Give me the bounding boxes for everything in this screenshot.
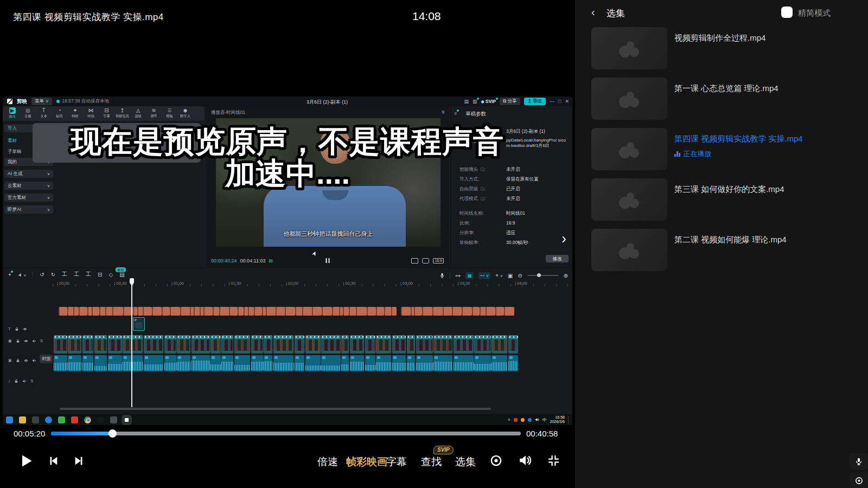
- ribbon-tab-转场[interactable]: ⋈转场: [83, 106, 99, 121]
- ribbon-tab-音频[interactable]: ◎音频: [20, 106, 36, 121]
- timeline-clip[interactable]: ⊘: [133, 317, 145, 331]
- timeline-clip[interactable]: [504, 307, 515, 316]
- timeline-clip[interactable]: [105, 307, 113, 316]
- panel-menu-icon[interactable]: ≡: [454, 111, 457, 116]
- minimize-button[interactable]: —: [550, 99, 554, 104]
- timeline-clip[interactable]: [82, 355, 94, 371]
- ribbon-tab-模板[interactable]: ⌸模板: [162, 106, 177, 121]
- timeline-clip[interactable]: [273, 355, 294, 371]
- timeline-clip[interactable]: [123, 335, 143, 354]
- taskbar-app-start[interactable]: [6, 416, 13, 423]
- eye-icon[interactable]: [23, 327, 27, 331]
- timeline-clip[interactable]: [332, 307, 340, 316]
- mask-icon[interactable]: ◇: [108, 272, 113, 278]
- ribbon-tab-贴纸[interactable]: ◔贴纸: [52, 106, 67, 121]
- timeline-clip[interactable]: [234, 355, 251, 371]
- redo-icon[interactable]: ↻: [51, 272, 55, 278]
- timeline-clip[interactable]: [264, 355, 272, 371]
- timeline-clip[interactable]: [229, 307, 238, 316]
- timeline-clip[interactable]: [54, 335, 67, 354]
- progress-handle[interactable]: [108, 429, 117, 438]
- timeline-clip[interactable]: [407, 335, 416, 354]
- timeline-clip[interactable]: [108, 355, 122, 371]
- timeline-clip[interactable]: [392, 335, 406, 354]
- episode-item[interactable]: 视频剪辑制作全过程.mp4: [591, 27, 857, 69]
- split-icon[interactable]: 工: [62, 271, 67, 278]
- preview-quality-icon[interactable]: [411, 258, 418, 264]
- media-thumbnail[interactable]: [33, 123, 201, 163]
- timeline-clip[interactable]: [94, 335, 107, 354]
- ribbon-tab-滤镜[interactable]: ◬滤镜: [130, 106, 146, 121]
- show-desktop-button[interactable]: [568, 416, 570, 423]
- timeline-clip[interactable]: [492, 335, 507, 354]
- media-group-AI 生成[interactable]: AI 生成∨: [4, 170, 53, 178]
- timeline-clip[interactable]: [392, 355, 406, 371]
- link-icon[interactable]: ▦: [465, 272, 474, 279]
- timeline-clip[interactable]: [350, 355, 364, 371]
- lock-icon[interactable]: [14, 379, 18, 383]
- tray-icon[interactable]: [528, 418, 532, 422]
- timeline-clip[interactable]: [454, 335, 474, 354]
- menu-button-字幕[interactable]: 字幕: [386, 455, 407, 469]
- timeline-clip[interactable]: [472, 307, 480, 316]
- timeline-clip[interactable]: [365, 335, 375, 354]
- compact-mode-toggle[interactable]: [781, 7, 793, 18]
- timeline-clip[interactable]: [492, 355, 507, 371]
- timeline-clip[interactable]: [376, 335, 391, 354]
- tray-icon[interactable]: [514, 418, 518, 422]
- timeline-clip[interactable]: [59, 307, 67, 316]
- timeline-clip[interactable]: [234, 335, 251, 354]
- text-track-header[interactable]: T: [8, 326, 27, 331]
- note-icon[interactable]: ▤: [119, 272, 124, 278]
- select-tool-icon[interactable]: ➤ ∨: [18, 272, 26, 278]
- menu-button-查找[interactable]: 查找: [421, 455, 442, 469]
- media-group-云素材[interactable]: 云素材∨: [4, 182, 53, 190]
- previous-button[interactable]: [47, 455, 59, 467]
- mute-icon[interactable]: [32, 358, 36, 363]
- timeline-clip[interactable]: [321, 335, 340, 354]
- back-chevron-icon[interactable]: ‹: [591, 6, 595, 18]
- zoom-in-icon[interactable]: ⊕: [564, 273, 568, 279]
- modify-button[interactable]: 修改: [546, 255, 569, 262]
- split-left-icon[interactable]: 工: [74, 271, 79, 278]
- timeline-clip[interactable]: [452, 307, 462, 316]
- timeline-clip[interactable]: [264, 335, 272, 354]
- timeline-clip[interactable]: [192, 355, 210, 371]
- timeline-clip[interactable]: [251, 335, 263, 354]
- taskbar-app-wechat[interactable]: [58, 416, 65, 423]
- timeline-clip[interactable]: [295, 307, 303, 316]
- timeline-clip[interactable]: [432, 307, 443, 316]
- timeline-clip[interactable]: [192, 335, 210, 354]
- timeline-clip[interactable]: [416, 335, 433, 354]
- timeline-clip[interactable]: [391, 307, 397, 316]
- timeline-clip[interactable]: [295, 335, 305, 354]
- timeline-clip[interactable]: [210, 335, 220, 354]
- timeline-clip[interactable]: [433, 355, 452, 371]
- timeline-clip[interactable]: [349, 307, 356, 316]
- timeline-clip[interactable]: [433, 335, 452, 354]
- tray-volume-icon[interactable]: [535, 418, 539, 422]
- timeline-clip[interactable]: [180, 307, 190, 316]
- timeline-clip[interactable]: [273, 335, 294, 354]
- timeline-clip[interactable]: [112, 307, 123, 316]
- timeline-clip[interactable]: [295, 355, 305, 371]
- timeline-clip[interactable]: [266, 307, 276, 316]
- timeline-scrollbar[interactable]: [60, 408, 491, 410]
- episode-item[interactable]: 第四课 视频剪辑实战教学 实操.mp4正在播放: [591, 128, 857, 170]
- timeline-clip[interactable]: [416, 355, 433, 371]
- ribbon-tab-媒体[interactable]: ▶媒体: [4, 106, 20, 121]
- mute-icon[interactable]: [22, 379, 27, 383]
- timeline-clip[interactable]: [221, 335, 233, 354]
- video-track-header[interactable]: ▣ S: [8, 358, 43, 363]
- timeline-clip[interactable]: [474, 355, 491, 371]
- volume-icon[interactable]: [518, 453, 532, 467]
- timeline-clip[interactable]: [341, 335, 349, 354]
- preview-axis-icon[interactable]: ⊷ ∨: [478, 272, 490, 279]
- timeline-clip[interactable]: [221, 355, 233, 371]
- timeline-clip[interactable]: [401, 307, 411, 316]
- layout-icon[interactable]: ▤: [464, 99, 469, 104]
- timeline-clip[interactable]: [305, 335, 321, 354]
- timeline-clip[interactable]: [162, 307, 170, 316]
- timeline-clip[interactable]: [203, 307, 213, 316]
- taskbar-app-chrome[interactable]: [84, 416, 91, 423]
